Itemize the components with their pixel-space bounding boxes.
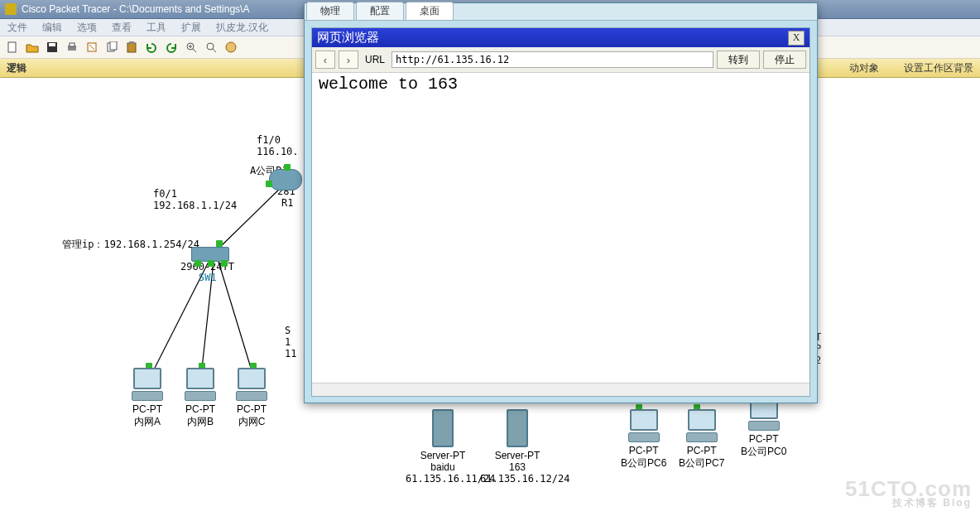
close-button[interactable]: X — [788, 31, 805, 46]
interface-label-f01: f0/1 192.168.1.1/24 — [153, 188, 237, 211]
tab-physical[interactable]: 物理 — [306, 2, 354, 20]
pc-b6[interactable]: PC-PT B公司PC6 — [621, 409, 666, 470]
pc-name-label: 内网B — [184, 415, 217, 429]
svg-rect-2 — [49, 43, 55, 46]
svg-rect-0 — [8, 42, 16, 52]
print-icon[interactable] — [63, 38, 81, 56]
svg-point-16 — [226, 42, 236, 52]
server-name-label: baidu — [406, 461, 480, 473]
watermark: 51CTO.com 技术博客 Blog — [845, 480, 972, 508]
menu-tools[interactable]: 工具 — [139, 19, 174, 36]
svg-line-11 — [193, 49, 196, 52]
pc-name-label: B公司PC7 — [679, 456, 724, 470]
svg-line-20 — [219, 262, 253, 376]
server-ip-label: 61.135.16.12/24 — [480, 473, 555, 485]
pc-internal-b[interactable]: PC-PT 内网B — [184, 368, 217, 429]
copy-icon[interactable] — [103, 38, 121, 56]
set-background-button[interactable]: 设置工作区背景 — [904, 61, 973, 75]
back-button[interactable]: ‹ — [315, 51, 335, 69]
browser-page-content: welcome to 163 — [312, 73, 809, 383]
browser-address-bar: ‹ › URL 转到 停止 — [312, 47, 809, 73]
menu-view[interactable]: 查看 — [104, 19, 139, 36]
server-ip-label: 61.135.16.11/24 — [406, 473, 480, 485]
packet-tracer-window: Cisco Packet Tracer - C:\Documents and S… — [0, 0, 980, 516]
menu-options[interactable]: 选项 — [70, 19, 104, 36]
forward-button[interactable]: › — [339, 51, 358, 69]
logic-label[interactable]: 逻辑 — [7, 61, 26, 75]
svg-line-15 — [213, 49, 216, 52]
pc-name-label: 内网C — [235, 415, 268, 429]
cutoff-label: T P 2 — [815, 331, 839, 366]
desktop-tabs: 物理 配置 桌面 — [305, 3, 817, 21]
pc-type-label: PC-PT — [679, 445, 724, 456]
pc-name-label: 内网A — [131, 415, 164, 429]
pc-type-label: PC-PT — [235, 403, 268, 415]
menu-file[interactable]: 文件 — [0, 19, 35, 36]
paste-icon[interactable] — [122, 38, 141, 56]
pc-type-label: PC-PT — [184, 403, 217, 415]
app-title: Cisco Packet Tracer - C:\Documents and S… — [22, 3, 249, 15]
browser-title-text: 网页浏览器 — [317, 30, 379, 46]
pc-b7[interactable]: PC-PT B公司PC7 — [679, 409, 724, 470]
interface-label-f10: f1/0 116.10. — [257, 134, 299, 157]
server-name-label: 163 — [480, 461, 555, 473]
router-name-label: R1 — [281, 197, 293, 209]
pc-type-label: PC-PT — [621, 445, 666, 456]
tab-desktop[interactable]: 桌面 — [406, 2, 454, 20]
new-icon[interactable] — [3, 38, 22, 56]
svg-rect-9 — [129, 41, 134, 44]
fragment-label: S 1 11 — [285, 325, 296, 359]
menu-localize[interactable]: 扒皮龙.汉化 — [209, 19, 276, 36]
pc-type-label: PC-PT — [741, 433, 786, 445]
pc-internal-a[interactable]: PC-PT 内网A — [131, 368, 164, 429]
browser-app: 网页浏览器 X ‹ › URL 转到 停止 welcome to 163 — [311, 27, 810, 397]
go-button[interactable]: 转到 — [717, 51, 760, 69]
pc-name-label: B公司PC6 — [621, 456, 666, 470]
browser-title-bar: 网页浏览器 X — [312, 28, 809, 47]
switch-name-label: SW1 — [199, 272, 217, 283]
pc-desktop-window[interactable]: 物理 配置 桌面 网页浏览器 X ‹ › URL 转到 停止 welcome t… — [304, 2, 818, 403]
zoom-out-icon[interactable] — [202, 38, 220, 56]
server-type-label: Server-PT — [480, 450, 555, 461]
server-163[interactable]: Server-PT 163 61.135.16.12/24 — [480, 409, 555, 485]
svg-rect-4 — [70, 43, 74, 46]
pc-name-label: B公司PC0 — [741, 445, 786, 459]
zoom-in-icon[interactable] — [182, 38, 200, 56]
url-input[interactable] — [392, 51, 713, 68]
tab-config[interactable]: 配置 — [356, 2, 404, 20]
server-baidu[interactable]: Server-PT baidu 61.135.16.11/24 — [406, 409, 480, 485]
palette-icon[interactable] — [222, 38, 240, 56]
svg-rect-8 — [127, 43, 136, 52]
pc-type-label: PC-PT — [131, 403, 164, 415]
stop-button[interactable]: 停止 — [763, 51, 806, 69]
pc-b0[interactable]: PC-PT B公司PC0 — [741, 398, 786, 459]
undo-icon[interactable] — [142, 38, 161, 56]
open-icon[interactable] — [23, 38, 41, 56]
horizontal-scrollbar[interactable] — [312, 383, 809, 396]
move-object-button[interactable]: 动对象 — [849, 61, 879, 75]
pc-internal-c[interactable]: PC-PT 内网C — [235, 368, 268, 429]
app-icon — [5, 3, 17, 15]
mgmt-ip-label: 管理ip：192.168.1.254/24 — [62, 238, 199, 252]
switch-device[interactable] — [191, 242, 229, 257]
redo-icon[interactable] — [162, 38, 180, 56]
svg-point-14 — [207, 43, 214, 50]
router-device[interactable] — [269, 169, 302, 190]
svg-rect-7 — [110, 41, 117, 50]
url-label: URL — [362, 54, 388, 65]
save-icon[interactable] — [43, 38, 61, 56]
wizard-icon[interactable] — [83, 38, 101, 56]
menu-edit[interactable]: 编辑 — [35, 19, 70, 36]
server-type-label: Server-PT — [406, 450, 480, 461]
menu-extensions[interactable]: 扩展 — [174, 19, 209, 36]
